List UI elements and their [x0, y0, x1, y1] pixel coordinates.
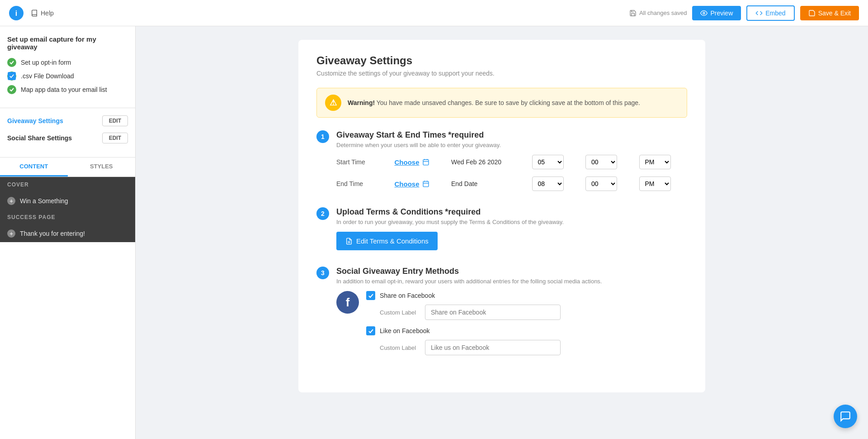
facebook-social-block: f Share on Facebook Custom Label: [336, 291, 687, 362]
check-circle-csv: [7, 72, 16, 81]
tab-content[interactable]: CONTENT: [0, 157, 68, 177]
giveaway-settings-row: Giveaway Settings EDIT: [7, 115, 128, 126]
section-social: 3 Social Giveaway Entry Methods In addit…: [316, 267, 687, 362]
section-start-end-times: 1 Giveaway Start & End Times *required D…: [316, 130, 687, 191]
embed-button[interactable]: Embed: [746, 5, 794, 21]
share-facebook-label-row: Custom Label: [380, 305, 687, 320]
section3-desc: In addition to email opt-in, reward your…: [336, 278, 602, 285]
section2-header: 2 Upload Terms & Conditions *required In…: [316, 207, 687, 225]
like-facebook-row: Like on Facebook: [366, 326, 687, 335]
social-checks: Share on Facebook Custom Label: [366, 291, 687, 362]
start-period-select[interactable]: AMPM: [639, 155, 671, 169]
page-title: Giveaway Settings: [316, 54, 687, 67]
main-content: Giveaway Settings Customize the settings…: [136, 26, 868, 439]
section3-number: 3: [316, 267, 329, 279]
checklist-item-opt-in: Set up opt-in form: [7, 58, 128, 67]
giveaway-settings-label: Giveaway Settings: [7, 117, 63, 124]
section3-heading: Social Giveaway Entry Methods: [336, 267, 602, 276]
changes-saved: All changes saved: [629, 10, 687, 17]
cover-section-header: COVER: [0, 177, 135, 192]
warning-bold: Warning!: [348, 99, 375, 106]
start-hour-select[interactable]: 05060708: [532, 155, 564, 169]
checklist-item-csv: .csv File Download: [7, 72, 128, 81]
sidebar-setup: Set up email capture for my giveaway Set…: [0, 26, 135, 108]
facebook-icon-large: f: [336, 291, 359, 314]
section1-header: 1 Giveaway Start & End Times *required D…: [316, 130, 687, 148]
social-entry-area: f Share on Facebook Custom Label: [336, 291, 687, 362]
warning-icon: ⚠: [325, 95, 341, 111]
like-facebook-label-row: Custom Label: [380, 340, 687, 355]
social-share-settings-row: Social Share Settings EDIT: [7, 133, 128, 143]
svg-rect-7: [423, 181, 429, 187]
section2-title-block: Upload Terms & Conditions *required In o…: [336, 207, 564, 225]
share-facebook-custom-input[interactable]: [425, 305, 561, 320]
social-share-settings-label: Social Share Settings: [7, 134, 72, 142]
top-nav-right: All changes saved Preview Embed Save & E…: [629, 5, 859, 21]
help-button[interactable]: Help: [31, 10, 54, 17]
settings-card: Giveaway Settings Customize the settings…: [298, 40, 705, 392]
end-time-choose-button[interactable]: Choose: [394, 180, 446, 188]
chat-icon: [840, 410, 851, 422]
end-date-display: End Date: [451, 180, 527, 187]
section1-title-block: Giveaway Start & End Times *required Det…: [336, 130, 501, 148]
success-item-thank-you[interactable]: + Thank you for entering!: [0, 225, 135, 242]
calendar-icon-end: [422, 180, 429, 187]
save-icon: [629, 10, 637, 17]
check-circle-map: [7, 85, 16, 94]
save-exit-icon: [808, 10, 816, 17]
top-nav: i Help All changes saved Preview Embed S…: [0, 0, 868, 26]
social-share-settings-edit-button[interactable]: EDIT: [102, 133, 128, 143]
start-time-choose-button[interactable]: Choose: [394, 158, 446, 166]
section3-title-block: Social Giveaway Entry Methods In additio…: [336, 267, 602, 285]
preview-button[interactable]: Preview: [692, 6, 741, 20]
csv-check-box: [8, 72, 16, 80]
svg-text:i: i: [15, 10, 17, 17]
save-exit-button[interactable]: Save & Exit: [800, 6, 859, 20]
section2-desc: In order to run your giveaway, you must …: [336, 219, 564, 225]
section2-number: 2: [316, 207, 329, 220]
start-minute-select[interactable]: 00153045: [585, 155, 617, 169]
plus-icon-win: +: [7, 197, 15, 205]
sidebar-setup-title: Set up email capture for my giveaway: [7, 35, 128, 51]
tab-styles[interactable]: STYLES: [68, 157, 136, 177]
share-facebook-checkbox[interactable]: [366, 291, 375, 300]
end-period-select[interactable]: AMPM: [639, 177, 671, 191]
success-section-header: SUCCESS PAGE: [0, 210, 135, 225]
end-hour-select[interactable]: 080910: [532, 177, 564, 191]
section-terms: 2 Upload Terms & Conditions *required In…: [316, 207, 687, 250]
section1-desc: Determine when your users will be able t…: [336, 142, 501, 148]
calendar-icon-start: [422, 158, 429, 166]
svg-rect-3: [423, 160, 429, 165]
chat-bubble[interactable]: [834, 405, 857, 428]
start-time-row: Start Time Choose Wed Feb 26 2020 050607…: [336, 155, 687, 169]
like-facebook-checkbox[interactable]: [366, 326, 375, 335]
checklist-item-map: Map app data to your email list: [7, 85, 128, 94]
section3-header: 3 Social Giveaway Entry Methods In addit…: [316, 267, 687, 285]
share-facebook-row: Share on Facebook: [366, 291, 687, 300]
check-circle-opt-in: [7, 58, 16, 67]
cover-item-win[interactable]: + Win a Something: [0, 192, 135, 210]
sidebar: Set up email capture for my giveaway Set…: [0, 26, 136, 439]
like-facebook-custom-label-text: Custom Label: [380, 344, 420, 351]
book-icon: [31, 10, 38, 17]
logo: i: [9, 6, 24, 20]
logo-icon: i: [9, 6, 24, 20]
giveaway-settings-edit-button[interactable]: EDIT: [102, 115, 128, 126]
sidebar-settings-section: Giveaway Settings EDIT Social Share Sett…: [0, 108, 135, 157]
share-facebook-custom-label-text: Custom Label: [380, 309, 420, 316]
start-time-label: Start Time: [336, 158, 373, 166]
edit-terms-button[interactable]: Edit Terms & Conditions: [336, 232, 438, 250]
page-subtitle: Customize the settings of your giveaway …: [316, 70, 687, 77]
section1-number: 1: [316, 130, 329, 143]
like-facebook-custom-input[interactable]: [425, 340, 561, 355]
plus-icon-thank-you: +: [7, 229, 15, 238]
warning-box: ⚠ Warning! You have made unsaved changes…: [316, 88, 687, 118]
document-icon: [345, 238, 353, 245]
end-minute-select[interactable]: 00153045: [585, 177, 617, 191]
section1-heading: Giveaway Start & End Times *required: [336, 130, 501, 140]
top-nav-left: i Help: [9, 6, 54, 20]
section2-heading: Upload Terms & Conditions *required: [336, 207, 564, 217]
svg-point-2: [703, 12, 705, 14]
warning-text: Warning! You have made unsaved changes. …: [348, 99, 640, 106]
end-time-label: End Time: [336, 180, 373, 187]
